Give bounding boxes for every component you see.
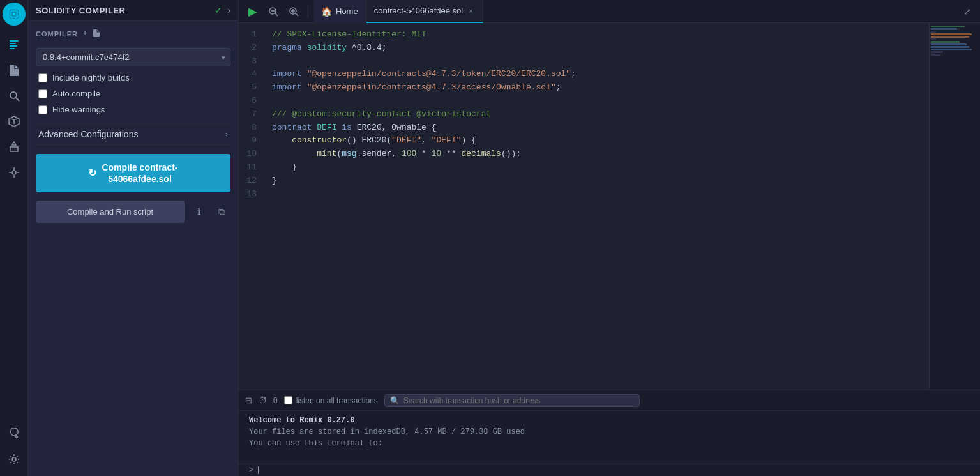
compile-button[interactable]: ↻ Compile contract-54066afdee.sol <box>36 154 230 192</box>
listen-transactions-checkbox[interactable] <box>284 396 292 404</box>
terminal-checkbox-row: listen on all transactions <box>284 396 378 405</box>
terminal-collapse-icon[interactable]: ⊟ <box>245 395 252 405</box>
terminal-search-icon: 🔍 <box>390 396 400 405</box>
terminal-search: 🔍 <box>384 394 640 407</box>
sidebar-item-debug[interactable] <box>3 161 26 184</box>
sidebar-item-deploy[interactable] <box>3 135 26 158</box>
code-content[interactable]: // SPDX-License-Identifier: MIT pragma s… <box>264 23 929 390</box>
svg-point-8 <box>10 92 17 98</box>
check-icon: ✓ <box>215 5 222 15</box>
sidebar-item-search[interactable] <box>3 84 26 107</box>
compile-run-info-button[interactable]: ℹ <box>190 200 207 223</box>
sidebar-item-files[interactable] <box>3 59 26 82</box>
svg-point-10 <box>12 171 16 174</box>
toolbar-divider <box>308 5 308 18</box>
terminal-prompt: > <box>249 466 253 475</box>
app-logo[interactable] <box>3 3 26 26</box>
terminal-cursor: | <box>256 466 260 475</box>
compile-button-label: Compile contract-54066afdee.sol <box>102 162 177 185</box>
svg-rect-7 <box>10 48 15 49</box>
listen-transactions-label: listen on all transactions <box>296 396 378 405</box>
icon-bar-bottom <box>3 422 26 476</box>
terminal-count: 0 <box>273 396 278 405</box>
sidebar-title: SOLIDITY COMPILER <box>36 6 125 15</box>
auto-compile-label: Auto compile <box>52 89 100 98</box>
terminal-help-line: You can use this terminal to: <box>249 438 970 449</box>
terminal-storage-line: Your files are stored in indexedDB, 4.57… <box>249 426 970 438</box>
expand-icon[interactable]: ⤢ <box>960 4 975 19</box>
tab-home-label: Home <box>336 6 358 16</box>
sidebar-header: SOLIDITY COMPILER ✓ › <box>28 0 238 21</box>
terminal-toolbar: ⊟ ⏱ 0 listen on all transactions 🔍 <box>239 390 980 411</box>
forward-icon[interactable]: › <box>227 5 230 15</box>
file-compiler-icon[interactable] <box>92 29 101 39</box>
sidebar-panel: SOLIDITY COMPILER ✓ › COMPILER + 0.8 <box>28 0 239 476</box>
terminal-panel: ⊟ ⏱ 0 listen on all transactions 🔍 Welco… <box>239 390 980 476</box>
advanced-config-chevron-icon: › <box>225 130 228 139</box>
auto-compile-row: Auto compile <box>36 89 230 98</box>
minimap <box>929 23 980 390</box>
zoom-in-button[interactable] <box>285 3 303 20</box>
svg-rect-6 <box>10 45 17 47</box>
terminal-output: Welcome to Remix 0.27.0 Your files are s… <box>239 411 980 464</box>
tab-bar: 🏠 Home contract-54066afdee.sol × <box>313 0 483 23</box>
auto-compile-checkbox[interactable] <box>38 89 47 98</box>
include-nightly-label: Include nightly builds <box>52 73 130 82</box>
hide-warnings-label: Hide warnings <box>52 105 105 114</box>
svg-rect-4 <box>10 40 19 42</box>
svg-point-15 <box>12 457 16 461</box>
compiler-label: COMPILER + <box>36 29 230 39</box>
terminal-search-input[interactable] <box>403 396 634 405</box>
compiler-version-select[interactable]: 0.8.4+commit.c7e474f2 <box>36 48 230 66</box>
advanced-config-label: Advanced Configurations <box>38 129 138 139</box>
hide-warnings-checkbox[interactable] <box>38 105 47 114</box>
terminal-clock-icon[interactable]: ⏱ <box>259 395 267 405</box>
toolbar-right: ⤢ <box>960 4 975 19</box>
zoom-out-button[interactable] <box>264 3 282 20</box>
sidebar-item-settings-wrench[interactable] <box>3 422 26 445</box>
hide-warnings-row: Hide warnings <box>36 105 230 114</box>
sidebar-content: COMPILER + 0.8.4+commit.c7e474f2 ▾ Incl <box>28 21 238 231</box>
compile-run-copy-button[interactable]: ⧉ <box>213 200 230 223</box>
tab-contract-label: contract-54066afdee.sol <box>374 6 463 15</box>
include-nightly-row: Include nightly builds <box>36 73 230 82</box>
code-editor[interactable]: 1 2 3 4 5 6 7 8 9 10 11 12 13 // SPDX-Li… <box>239 23 929 390</box>
minimap-content <box>930 23 980 390</box>
terminal-prompt-row: > | <box>239 464 980 476</box>
svg-line-9 <box>16 98 19 101</box>
main-panel: ▶ 🏠 Home contract-54066afde <box>239 0 980 476</box>
compile-refresh-icon: ↻ <box>88 167 96 180</box>
sidebar-header-icons: ✓ › <box>215 5 230 15</box>
compiler-version-wrapper: 0.8.4+commit.c7e474f2 ▾ <box>36 48 230 66</box>
editor-toolbar: ▶ 🏠 Home contract-54066afde <box>239 0 980 23</box>
sidebar-item-gear[interactable] <box>3 448 26 471</box>
svg-line-17 <box>275 13 278 16</box>
advanced-config-row[interactable]: Advanced Configurations › <box>36 123 230 145</box>
terminal-welcome-line: Welcome to Remix 0.27.0 <box>249 415 970 426</box>
editor-area: 1 2 3 4 5 6 7 8 9 10 11 12 13 // SPDX-Li… <box>239 23 980 390</box>
sidebar-item-solidity[interactable] <box>3 110 26 133</box>
compiler-label-icons: + <box>83 29 100 39</box>
add-compiler-icon[interactable]: + <box>83 29 87 39</box>
tab-close-icon[interactable]: × <box>467 6 474 15</box>
compile-run-button[interactable]: Compile and Run script <box>36 201 185 223</box>
svg-line-20 <box>296 13 299 16</box>
icon-bar <box>0 0 28 476</box>
svg-point-3 <box>13 13 15 15</box>
compile-run-row: Compile and Run script ℹ ⧉ <box>36 200 230 223</box>
tab-home[interactable]: 🏠 Home <box>313 0 366 23</box>
svg-rect-5 <box>10 43 16 44</box>
line-numbers: 1 2 3 4 5 6 7 8 9 10 11 12 13 <box>239 23 264 390</box>
tab-contract[interactable]: contract-54066afdee.sol × <box>366 0 483 23</box>
include-nightly-checkbox[interactable] <box>38 73 47 82</box>
sidebar-item-compiler[interactable] <box>3 33 26 56</box>
run-button[interactable]: ▶ <box>244 3 262 20</box>
home-icon: 🏠 <box>321 6 332 17</box>
